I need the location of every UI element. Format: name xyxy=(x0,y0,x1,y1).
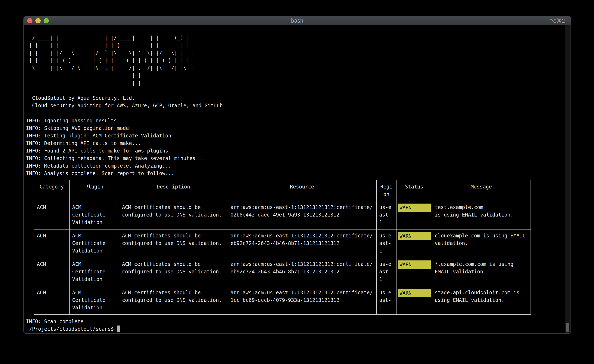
terminal-screen[interactable]: _____ _ _ _____ _ _ _ / ____| | | |/ ___… xyxy=(24,25,571,333)
cell-plugin: ACM Certificate Validation xyxy=(69,229,119,258)
window-title: bash xyxy=(291,18,304,24)
cell-plugin: ACM Certificate Validation xyxy=(69,201,119,229)
table-row: ACM ACM Certificate Validation ACM certi… xyxy=(34,286,531,315)
status-badge: WARN xyxy=(398,260,431,269)
close-button[interactable] xyxy=(27,18,33,23)
prompt-line: ~/Projects/cloudsploit/scans$ xyxy=(26,325,568,333)
cell-category: ACM xyxy=(34,286,69,315)
table-row: ACM ACM Certificate Validation ACM certi… xyxy=(34,229,531,258)
status-badge: WARN xyxy=(398,232,431,240)
cell-status: WARN xyxy=(396,201,432,229)
table-header-row: Category Plugin Description Resource Reg… xyxy=(34,180,531,201)
cell-resource: arn:aws:acm:us-east-1:131213121312:certi… xyxy=(228,201,376,229)
scrollbar-track[interactable] xyxy=(565,25,571,333)
cell-plugin: ACM Certificate Validation xyxy=(69,286,119,315)
cell-resource: arn:aws:acm:us-east-1:131213121312:certi… xyxy=(228,229,376,258)
table-row: ACM ACM Certificate Validation ACM certi… xyxy=(34,201,531,229)
cell-message: clouexample.com is using EMAIL validatio… xyxy=(432,229,531,258)
cell-category: ACM xyxy=(34,201,69,229)
cell-region: us-e ast- 1 xyxy=(376,286,396,315)
cell-plugin: ACM Certificate Validation xyxy=(69,258,119,286)
minimize-button[interactable] xyxy=(35,18,41,23)
scrollbar-thumb[interactable] xyxy=(566,323,569,332)
cell-status: WARN xyxy=(396,229,432,258)
terminal-window: bash ⌥⌘2 _____ _ _ _____ _ _ _ / ____| |… xyxy=(23,16,571,334)
cell-resource: arn:aws:acm:us-east-1:131213121312:certi… xyxy=(228,258,376,286)
cell-message: stage.api.cloudsploit.com is using EMAIL… xyxy=(432,286,531,315)
scan-complete-line: INFO: Scan complete xyxy=(26,318,568,325)
ascii-logo: _____ _ _ _____ _ _ _ / ____| | | |/ ___… xyxy=(26,26,568,87)
cell-description: ACM certificates should be configured to… xyxy=(119,258,228,286)
column-header-category: Category xyxy=(34,180,69,201)
zoom-button[interactable] xyxy=(44,18,49,23)
cell-resource: arn:aws:acm:us-east-1:131213121312:certi… xyxy=(228,286,376,315)
scan-results-table: Category Plugin Description Resource Reg… xyxy=(34,180,531,315)
table-row: ACM ACM Certificate Validation ACM certi… xyxy=(34,258,531,286)
log-output: INFO: Ignoring passing results INFO: Ski… xyxy=(26,117,568,177)
column-header-plugin: Plugin xyxy=(69,180,119,201)
column-header-description: Description xyxy=(119,180,228,201)
cell-description: ACM certificates should be configured to… xyxy=(119,286,228,315)
titlebar[interactable]: bash ⌥⌘2 xyxy=(24,16,571,25)
terminal-cursor xyxy=(117,325,120,332)
column-header-resource: Resource xyxy=(228,180,376,201)
cell-category: ACM xyxy=(34,258,69,286)
desktop: { "window": { "title": "bash", "shortcut… xyxy=(0,0,594,364)
cell-region: us-e ast- 1 xyxy=(376,201,396,229)
column-header-status: Status xyxy=(396,180,432,201)
column-header-message: Message xyxy=(432,180,531,201)
cell-category: ACM xyxy=(34,229,69,258)
status-badge: WARN xyxy=(398,289,431,297)
cell-region: us-e ast- 1 xyxy=(376,229,396,258)
cell-description: ACM certificates should be configured to… xyxy=(119,229,228,258)
cell-message: test.example.com is using EMAIL validati… xyxy=(432,201,531,229)
window-shortcut-badge: ⌥⌘2 xyxy=(550,18,565,24)
shell-prompt: ~/Projects/cloudsploit/scans$ xyxy=(26,326,114,332)
cell-status: WARN xyxy=(396,286,432,315)
taglines: CloudSploit by Aqua Security, Ltd. Cloud… xyxy=(26,94,568,109)
cell-description: ACM certificates should be configured to… xyxy=(119,201,228,229)
traffic-lights xyxy=(27,18,49,23)
column-header-region: Region xyxy=(376,180,396,201)
cell-message: *.example.com.com is using EMAIL validat… xyxy=(432,258,531,286)
status-badge: WARN xyxy=(398,204,431,212)
cell-status: WARN xyxy=(396,258,432,286)
cell-region: us-e ast- 1 xyxy=(376,258,396,286)
